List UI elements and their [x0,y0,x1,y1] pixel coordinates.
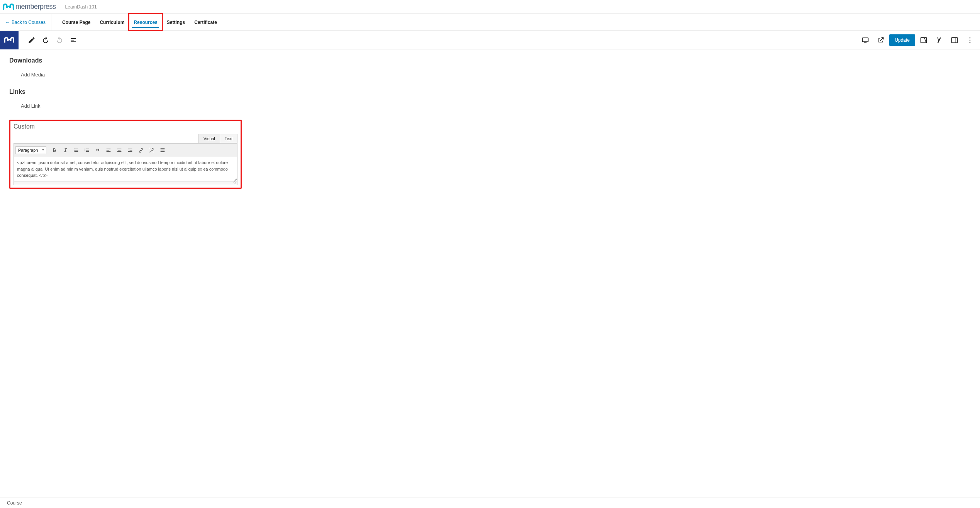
redo-button[interactable] [53,33,66,47]
rte-content-area[interactable]: <p>Lorem ipsum dolor sit amet, consectet… [14,157,237,181]
align-center-button[interactable] [114,145,124,155]
external-link-icon [877,36,885,44]
svg-point-5 [970,37,971,38]
pencil-icon [28,36,36,44]
svg-rect-22 [107,151,111,152]
kebab-icon [966,36,974,44]
brand-text: memberpress [15,3,56,11]
undo-icon [42,36,49,44]
edit-button[interactable] [25,33,39,47]
paragraph-format-select[interactable]: Paragraph [15,146,46,154]
sidebar-toggle-button[interactable] [948,33,961,47]
add-media-row: Add Media [9,69,971,80]
svg-point-8 [74,149,75,149]
downloads-title: Downloads [9,57,971,64]
number-list-icon: 123 [84,147,90,153]
italic-icon [62,147,68,153]
yoast-icon [935,36,943,44]
brand-logo: memberpress [3,3,56,11]
details-button[interactable] [66,33,80,47]
link-icon [138,147,144,153]
tab-visual[interactable]: Visual [198,134,220,143]
italic-button[interactable] [60,145,70,155]
align-left-button[interactable] [103,145,114,155]
svg-rect-18 [86,150,89,150]
update-button[interactable]: Update [889,34,915,46]
svg-rect-20 [107,149,111,149]
svg-rect-28 [128,151,132,152]
blockquote-button[interactable] [93,145,103,155]
breadcrumb-title: LearnDash 101 [65,4,97,10]
custom-editor-box: Custom Visual Text Paragraph 123 <p>Lore… [9,120,242,189]
add-media-button[interactable]: Add Media [17,69,49,80]
view-button[interactable] [858,33,872,47]
svg-rect-27 [130,150,132,150]
svg-rect-17 [86,149,89,149]
svg-rect-30 [161,148,165,149]
svg-rect-32 [161,151,165,151]
undo-button[interactable] [39,33,53,47]
svg-rect-25 [117,151,122,152]
quote-icon [95,147,101,153]
list-icon [70,36,77,44]
svg-rect-11 [75,149,78,149]
number-list-button[interactable]: 123 [82,145,92,155]
align-right-icon [127,147,133,153]
svg-rect-26 [128,149,132,149]
add-link-button[interactable]: Add Link [17,101,44,111]
tab-settings[interactable]: Settings [162,14,190,30]
svg-rect-24 [118,150,121,150]
editor-bar-right: Update [858,33,980,47]
tab-course-page[interactable]: Course Page [58,14,95,30]
tab-curriculum[interactable]: Curriculum [95,14,129,30]
align-center-icon [116,147,122,153]
wp-menu-button[interactable] [0,31,19,49]
redo-icon [56,36,63,44]
svg-rect-0 [863,38,868,42]
sidebar-icon [951,36,958,44]
secondary-nav: ← Back to Courses Course Page Curriculum… [0,14,980,31]
svg-point-9 [74,150,75,151]
svg-point-6 [970,39,971,41]
svg-text:3: 3 [85,151,86,152]
bold-button[interactable] [49,145,59,155]
svg-rect-23 [117,149,122,149]
svg-rect-21 [107,150,109,150]
preview-button[interactable] [874,33,888,47]
settings-panel-button[interactable] [917,33,931,47]
insert-link-button[interactable] [136,145,146,155]
main-content: Downloads Add Media Links Add Link Custo… [0,49,980,196]
editor-bar-left [0,31,80,49]
back-label: Back to Courses [12,20,46,25]
remove-link-button[interactable] [147,145,157,155]
yoast-button[interactable] [932,33,946,47]
svg-point-10 [74,151,75,152]
desktop-icon [861,36,869,44]
editor-toolbar: Update [0,31,980,49]
svg-rect-31 [161,150,165,150]
rte-resize-handle[interactable] [14,181,237,185]
arrow-left-icon: ← [5,20,10,25]
svg-rect-13 [75,151,78,152]
svg-rect-33 [161,151,165,152]
unlink-icon [149,147,155,153]
more-options-button[interactable] [963,33,977,47]
rte-toolbar: Paragraph 123 [14,143,237,157]
align-right-button[interactable] [125,145,135,155]
svg-rect-19 [86,151,89,152]
nav-tabs: Course Page Curriculum Resources Setting… [58,14,222,30]
bullet-list-button[interactable] [71,145,81,155]
read-more-icon [159,147,166,153]
bullet-list-icon [73,147,79,153]
tab-text[interactable]: Text [220,134,237,143]
memberpress-m-icon [4,36,14,44]
align-left-icon [105,147,112,153]
tab-certificate[interactable]: Certificate [190,14,222,30]
links-title: Links [9,88,971,95]
back-to-courses-link[interactable]: ← Back to Courses [0,14,51,30]
panel-settings-icon [920,36,927,44]
svg-rect-3 [952,37,958,42]
top-header: memberpress LearnDash 101 [0,0,980,14]
tab-resources[interactable]: Resources [129,14,162,30]
read-more-button[interactable] [158,145,168,155]
